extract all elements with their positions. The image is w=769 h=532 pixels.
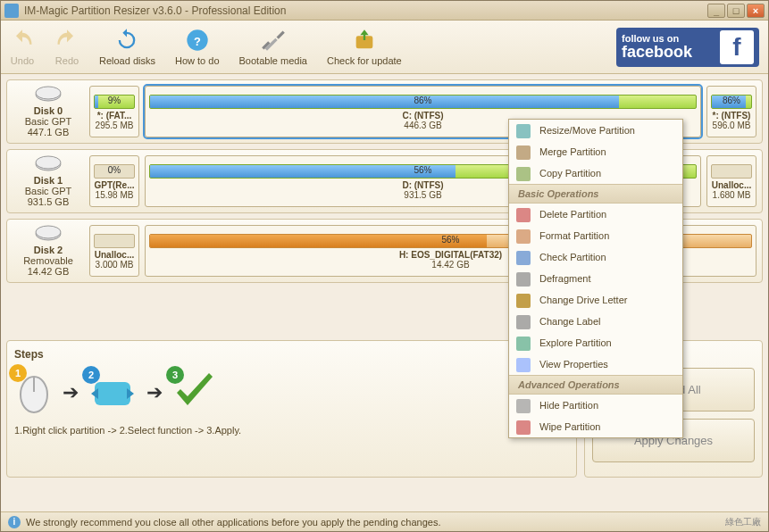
menu-item[interactable]: Copy Partition — [509, 162, 682, 184]
svg-text:?: ? — [194, 35, 201, 48]
redo-icon — [54, 28, 79, 53]
menu-header: Basic Operations — [509, 184, 682, 204]
disk-info: Disk 0Basic GPT447.1 GB — [13, 86, 84, 137]
partition[interactable]: Unalloc...3.000 MB — [89, 225, 139, 277]
partition[interactable]: 86%*: (NTFS)596.0 MB — [706, 86, 756, 137]
toolbar: Undo Redo Reload disks ? How to do Boota… — [1, 21, 768, 74]
close-button[interactable]: × — [747, 4, 765, 18]
menu-item[interactable]: Wipe Partition — [509, 416, 682, 437]
menu-item[interactable]: View Properties — [509, 353, 682, 375]
how-to-button[interactable]: ? How to do — [175, 28, 220, 66]
reload-disks-button[interactable]: Reload disks — [99, 28, 155, 66]
menu-header: Advanced Operations — [509, 375, 682, 395]
statusbar: i We strongly recommend you close all ot… — [1, 511, 768, 531]
watermark: 綠色工廠 — [725, 516, 761, 528]
facebook-icon: f — [720, 30, 754, 64]
partition[interactable]: 0%GPT(Re...15.98 MB — [89, 155, 139, 207]
facebook-link[interactable]: follow us onfacebook f — [616, 28, 759, 67]
menu-item[interactable]: Resize/Move Partition — [509, 120, 682, 141]
menu-item[interactable]: Check Partition — [509, 246, 682, 268]
steps-text: 1.Right click partition -> 2.Select func… — [14, 425, 569, 436]
menu-item[interactable]: Delete Partition — [509, 204, 682, 225]
menu-item[interactable]: Defragment — [509, 268, 682, 289]
maximize-button[interactable]: □ — [727, 4, 745, 18]
check-update-button[interactable]: Check for update — [327, 28, 402, 66]
window-title: IM-Magic Partition Resizer v3.6.0 - Prof… — [24, 4, 707, 17]
partition[interactable]: 9%*: (FAT...295.5 MB — [89, 86, 139, 137]
bootable-media-button[interactable]: Bootable media — [239, 28, 307, 66]
minimize-button[interactable]: _ — [707, 4, 725, 18]
disk-info: Disk 2Removable14.42 GB — [13, 225, 84, 277]
menu-item[interactable]: Change Drive Letter — [509, 289, 682, 311]
menu-item[interactable]: Hide Partition — [509, 395, 682, 416]
disk-info: Disk 1Basic GPT931.5 GB — [13, 155, 84, 207]
undo-icon — [10, 28, 35, 53]
context-menu: Resize/Move PartitionMerge PartitionCopy… — [508, 119, 683, 438]
reload-icon — [114, 28, 139, 53]
svg-point-4 — [36, 87, 61, 99]
redo-button[interactable]: Redo — [54, 28, 79, 66]
svg-point-6 — [36, 156, 61, 169]
tools-icon — [261, 28, 286, 53]
svg-rect-11 — [95, 382, 130, 405]
menu-item[interactable]: Explore Partition — [509, 332, 682, 353]
steps-panel: Steps 1 ➔ 2 ➔ 3 1.Right click partition … — [6, 340, 577, 478]
app-icon — [4, 4, 19, 18]
update-icon — [352, 28, 377, 53]
menu-item[interactable]: Format Partition — [509, 225, 682, 246]
menu-item[interactable]: Merge Partition — [509, 141, 682, 162]
info-icon: i — [8, 516, 21, 528]
menu-item[interactable]: Change Label — [509, 311, 682, 332]
undo-button[interactable]: Undo — [10, 28, 35, 66]
status-text: We strongly recommend you close all othe… — [26, 517, 441, 528]
titlebar: IM-Magic Partition Resizer v3.6.0 - Prof… — [1, 1, 768, 21]
steps-title: Steps — [14, 348, 569, 361]
partition[interactable]: Unalloc...1.680 MB — [706, 155, 756, 207]
help-icon: ? — [185, 28, 210, 53]
svg-point-8 — [36, 226, 61, 238]
